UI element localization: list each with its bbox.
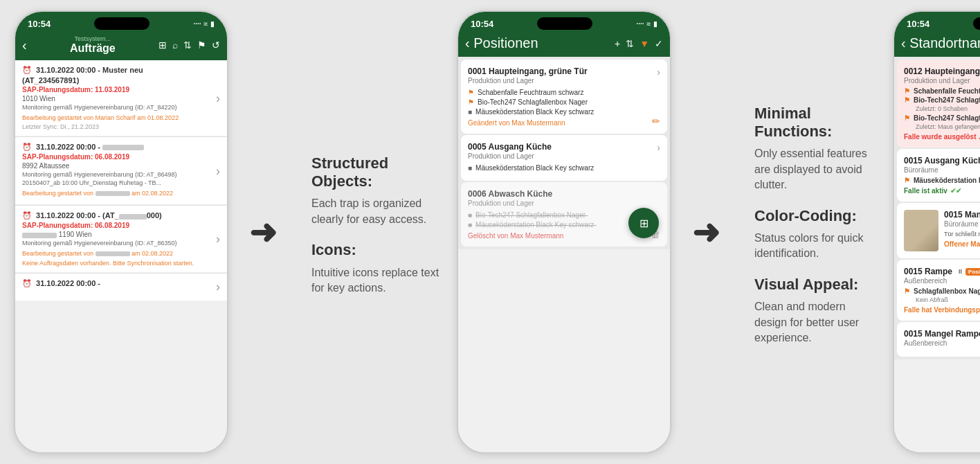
detail-trap-0-1: ⚑ Bio-Tech247 Schlagfallenbox Nager bbox=[904, 96, 980, 104]
detail-card-3[interactable]: 0015 Rampe II Position setzen Außenberei… bbox=[897, 260, 980, 321]
trap-0-0: ⚑ Schabenfalle Feuchtraum schwarz bbox=[468, 89, 660, 96]
heading-color: Color-Coding: bbox=[754, 207, 879, 225]
fab-button[interactable]: ⊞ bbox=[628, 208, 659, 238]
order-sap-2: SAP-Planungsdatum: 06.08.2019 bbox=[22, 222, 220, 229]
clock-icon-2: ⏰ bbox=[22, 211, 32, 220]
sort-icon[interactable]: ⇅ bbox=[183, 39, 192, 51]
detail-trap-0-2: ⚑ Bio-Tech247 Schlagfallenbox Nager bbox=[904, 114, 980, 122]
square-icon-2-1: ■ bbox=[468, 221, 472, 229]
order-date-3: ⏰ 31.10.2022 00:00 - bbox=[22, 279, 220, 288]
phone-content-3: 0012 Haupteingang, grüne Tür II Produkti… bbox=[894, 57, 980, 452]
square-icon-2-0: ■ bbox=[468, 211, 472, 219]
status-icons-2: ···· ≈ ▮ bbox=[636, 20, 657, 28]
notch-1 bbox=[94, 17, 149, 30]
detail-area-4: Außenbereich bbox=[904, 339, 980, 347]
detail-num-3: 0015 Rampe II Position setzen bbox=[904, 267, 980, 276]
detail-num-2: 0015 Mangel Küche bbox=[944, 210, 980, 220]
order-id-0: (AT_234567891) bbox=[22, 76, 220, 84]
order-sync-2: Keine Auftragsdaten vorhanden. Bitte Syn… bbox=[22, 260, 220, 267]
detail-card-2[interactable]: 0015 Mangel Küche Büroräume Tür schließt… bbox=[897, 203, 980, 258]
flag-d-0-2: ⚑ bbox=[904, 114, 910, 122]
order-item-3[interactable]: ⏰ 31.10.2022 00:00 - bbox=[15, 274, 227, 301]
header-subtitle-1: Testsystem... bbox=[33, 35, 153, 42]
position-num-0: 0001 Haupteingang, grüne Tür bbox=[468, 66, 660, 76]
detail-card-1[interactable]: 0015 Ausgang Küche II Büroräume ⚑ Mäusek… bbox=[897, 149, 980, 202]
position-card-0[interactable]: 0001 Haupteingang, grüne Tür Produktion … bbox=[461, 60, 667, 134]
flag-icon[interactable]: ⚑ bbox=[197, 39, 206, 51]
position-card-1[interactable]: 0005 Ausgang Küche Produktion und Lager … bbox=[461, 135, 667, 181]
body-structured: Each trap is organized clearly for easy … bbox=[311, 196, 443, 227]
order-desc-2: Monitoring gemäß Hygienevereinbarung (ID… bbox=[22, 240, 220, 248]
time-1: 10:54 bbox=[28, 19, 51, 29]
phone-header-2: ‹ Positionen + ⇅ ▼ ✓ bbox=[458, 33, 670, 57]
search-icon[interactable]: ⌕ bbox=[172, 39, 178, 51]
order-date-1: ⏰ 31.10.2022 00:00 - bbox=[22, 143, 220, 152]
order-sap-1: SAP-Planungsdatum: 06.08.2019 bbox=[22, 153, 220, 161]
chevron-right-0: › bbox=[657, 66, 660, 78]
detail-desc-2: Tür schließt nicht komplett und ist eine… bbox=[944, 231, 980, 238]
status-bar-1: 10:54 ···· ≈ ▮ bbox=[15, 12, 227, 33]
order-date-2: ⏰ 31.10.2022 00:00 - (AT_000) bbox=[22, 211, 220, 220]
detail-trap-3-0: ⚑ Schlagfallenbox Nager bbox=[904, 287, 980, 295]
order-item-2[interactable]: ⏰ 31.10.2022 00:00 - (AT_000) SAP-Planun… bbox=[15, 206, 227, 272]
position-area-2: Produktion und Lager bbox=[468, 199, 660, 207]
signal-icon-1: ···· bbox=[193, 20, 201, 28]
detail-list: 0012 Haupteingang, grüne Tür II Produkti… bbox=[894, 57, 980, 359]
trap-0-1: ⚑ Bio-Tech247 Schlagfallenbox Nager bbox=[468, 98, 660, 106]
square-icon-1-0: ■ bbox=[468, 164, 472, 172]
pos-badge-3: Position setzen bbox=[965, 268, 980, 276]
order-action-1: Bearbeitung gestartet von am 02.08.2022 bbox=[22, 190, 220, 198]
status-icons-1: ···· ≈ ▮ bbox=[193, 20, 215, 28]
signal-icon-2: ···· bbox=[636, 20, 644, 28]
detail-status-2: Offener Mangel ⚠ bbox=[944, 240, 980, 248]
notch-2 bbox=[537, 17, 592, 30]
text-section-2: Minimal Functions: Only essential featur… bbox=[741, 91, 893, 374]
battery-icon-1: ▮ bbox=[210, 20, 215, 28]
detail-area-0: Produktion und Lager bbox=[904, 77, 980, 84]
back-button-2[interactable]: ‹ Positionen bbox=[465, 35, 538, 51]
order-action-2: Bearbeitung gestartet von am 02.08.2022 bbox=[22, 250, 220, 258]
detail-sub-0-2: Zuletzt: Maus gefangen bbox=[916, 123, 980, 130]
filter-icon[interactable]: ▼ bbox=[639, 38, 649, 49]
order-desc-0: Monitoring gemäß Hygienevereinbarung (ID… bbox=[22, 104, 220, 112]
phone-content-2: 0001 Haupteingang, grüne Tür Produktion … bbox=[458, 57, 670, 452]
body-icons: Intuitive icons replace text for key act… bbox=[311, 265, 443, 296]
thumbnail-2 bbox=[904, 210, 938, 251]
heading-visual: Visual Appeal: bbox=[754, 276, 879, 294]
order-item-0[interactable]: ⏰ 31.10.2022 00:00 - Muster neu (AT_2345… bbox=[15, 60, 227, 136]
flag-d-3-0: ⚑ bbox=[904, 287, 910, 295]
detail-trap-1-0: ⚑ Mäuseköderstation Black Key schwarz bbox=[904, 177, 980, 184]
back-button-1[interactable]: ‹ bbox=[22, 37, 27, 53]
arrow-2-container: ➜ bbox=[671, 213, 741, 251]
detail-card-4[interactable]: 0015 Mangel Rampe Außenbereich › bbox=[897, 322, 980, 357]
body-visual: Clean and modern design for better user … bbox=[754, 299, 879, 346]
status-bar-3: 10:54 ···· ≈ ▮ bbox=[894, 12, 980, 33]
header-icons-1: ⊞ ⌕ ⇅ ⚑ ↺ bbox=[158, 39, 220, 51]
ok-status-icon-1: ✔✔ bbox=[950, 187, 961, 195]
check-icon[interactable]: ✓ bbox=[655, 38, 663, 49]
refresh-icon[interactable]: ↺ bbox=[212, 39, 220, 51]
clock-icon-3: ⏰ bbox=[22, 279, 32, 287]
phone-header-3: ‹ Standortname △ ⌕ ▼ bbox=[894, 33, 980, 57]
title-block-1: Testsystem... Aufträge bbox=[33, 35, 153, 55]
battery-icon-2: ▮ bbox=[653, 20, 657, 28]
detail-card-0[interactable]: 0012 Haupteingang, grüne Tür II Produkti… bbox=[897, 60, 980, 148]
phone-header-1: ‹ Testsystem... Aufträge ⊞ ⌕ ⇅ ⚑ ↺ bbox=[15, 33, 227, 60]
edit-icon-0[interactable]: ✏ bbox=[652, 116, 660, 127]
detail-num-1: 0015 Ausgang Küche II bbox=[904, 156, 980, 166]
order-item-1[interactable]: ⏰ 31.10.2022 00:00 - SAP-Planungsdatum: … bbox=[15, 137, 227, 205]
detail-area-3: Außenbereich bbox=[904, 277, 980, 285]
order-desc-1: Monitoring gemäß Hygienevereinbarung (ID… bbox=[22, 171, 220, 187]
sort-icon-2[interactable]: ⇅ bbox=[626, 38, 634, 49]
text-section-1: Structured Objects: Each trap is organiz… bbox=[298, 141, 457, 324]
header-icons-2: + ⇅ ▼ ✓ bbox=[615, 38, 663, 49]
order-sync-0: Letzter Sync: Di., 21.2.2023 bbox=[22, 123, 220, 130]
order-id-blurred-1 bbox=[102, 145, 144, 150]
time-3: 10:54 bbox=[907, 19, 929, 29]
wifi-icon-1: ≈ bbox=[204, 20, 208, 28]
detail-num-4: 0015 Mangel Rampe bbox=[904, 329, 980, 339]
heading-structured: Structured Objects: bbox=[311, 154, 443, 191]
map-icon[interactable]: ⊞ bbox=[158, 39, 167, 51]
back-button-3[interactable]: ‹ Standortname bbox=[901, 35, 980, 51]
add-icon[interactable]: + bbox=[615, 38, 620, 49]
